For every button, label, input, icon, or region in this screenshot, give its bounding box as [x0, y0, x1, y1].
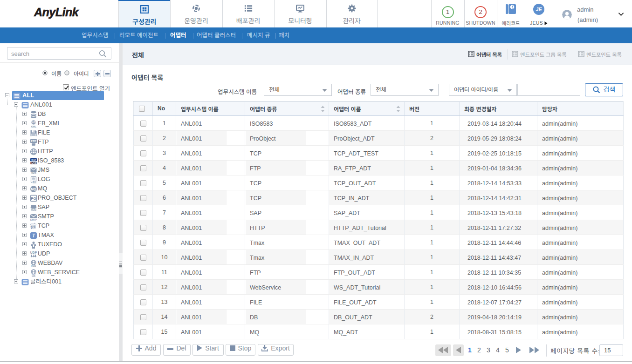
- svg-text:8583: 8583: [30, 162, 37, 165]
- svg-text:FTP: FTP: [31, 139, 36, 142]
- svg-text:XML: XML: [31, 125, 37, 128]
- svg-text:WS: WS: [32, 274, 36, 276]
- svg-text:SAP: SAP: [31, 208, 36, 211]
- svg-text:DAV: DAV: [31, 265, 36, 267]
- svg-text:UDP: UDP: [30, 251, 37, 254]
- svg-text:JMS: JMS: [31, 172, 36, 174]
- svg-text:eb: eb: [32, 121, 35, 124]
- svg-text:LOG: LOG: [32, 181, 37, 183]
- svg-text:T: T: [32, 233, 35, 238]
- svg-text:PO: PO: [31, 196, 36, 201]
- svg-text:ISO: ISO: [31, 158, 36, 161]
- svg-text:SMTP: SMTP: [30, 218, 37, 221]
- svg-text:MQ: MQ: [31, 188, 36, 191]
